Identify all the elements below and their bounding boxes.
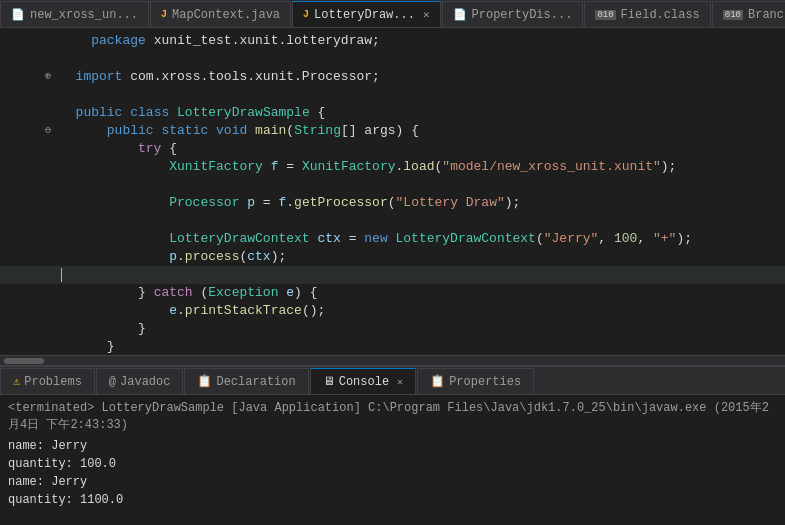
line-gutter	[40, 284, 56, 302]
console-output-3: name: Jerry	[8, 473, 777, 491]
line-gutter: ⊕	[40, 68, 56, 86]
tab-close-icon[interactable]: ✕	[423, 8, 430, 21]
code-line: ⊖ public static void main(String[] args)…	[0, 122, 785, 140]
code-line: package xunit_test.xunit.lotterydraw;	[0, 32, 785, 50]
line-gutter	[40, 158, 56, 176]
line-gutter	[40, 320, 56, 338]
code-line: p.process(ctx);	[0, 248, 785, 266]
scrollbar-thumb[interactable]	[4, 358, 44, 364]
tab-lotterydraw[interactable]: J LotteryDraw... ✕	[292, 1, 440, 27]
code-line	[0, 176, 785, 194]
line-gutter	[40, 302, 56, 320]
javadoc-icon: @	[109, 375, 116, 389]
console-content[interactable]: <terminated> LotteryDrawSample [Java App…	[0, 395, 785, 525]
line-number	[0, 140, 40, 158]
editor-tab-bar: 📄 new_xross_un... J MapContext.java J Lo…	[0, 0, 785, 28]
panel-tab-console[interactable]: 🖥 Console ✕	[310, 368, 416, 394]
tab-label: PropertyDis...	[472, 8, 573, 22]
line-number	[0, 176, 40, 194]
tab-propertydisp[interactable]: 📄 PropertyDis...	[442, 1, 584, 27]
tab-field-class[interactable]: 010 Field.class	[584, 1, 710, 27]
line-number	[0, 158, 40, 176]
line-number	[0, 338, 40, 355]
panel-tab-javadoc[interactable]: @ Javadoc	[96, 368, 184, 394]
panel-tab-bar: ⚠ Problems @ Javadoc 📋 Declaration 🖥 Con…	[0, 367, 785, 395]
panel-tab-problems[interactable]: ⚠ Problems	[0, 368, 95, 394]
horizontal-scrollbar[interactable]	[0, 355, 785, 365]
tab-close-icon[interactable]: ✕	[397, 376, 403, 388]
bottom-panel: ⚠ Problems @ Javadoc 📋 Declaration 🖥 Con…	[0, 365, 785, 525]
code-line	[0, 212, 785, 230]
code-line: e.printStackTrace();	[0, 302, 785, 320]
class-icon: 010	[595, 10, 615, 20]
panel-tab-declaration[interactable]: 📋 Declaration	[184, 368, 308, 394]
text-cursor	[61, 268, 62, 282]
code-line	[0, 50, 785, 68]
line-gutter	[40, 248, 56, 266]
code-line: ⊕ import com.xross.tools.xunit.Processor…	[0, 68, 785, 86]
line-gutter	[40, 266, 56, 284]
line-body	[56, 266, 785, 284]
line-body	[56, 176, 785, 194]
line-body	[56, 212, 785, 230]
line-body: try {	[56, 140, 785, 158]
line-body: package xunit_test.xunit.lotterydraw;	[56, 32, 785, 50]
line-number	[0, 230, 40, 248]
line-gutter	[40, 32, 56, 50]
line-gutter	[40, 50, 56, 68]
console-output-4: quantity: 1100.0	[8, 491, 777, 509]
line-number	[0, 320, 40, 338]
line-body: p.process(ctx);	[56, 248, 785, 266]
tab-new-xross[interactable]: 📄 new_xross_un...	[0, 1, 149, 27]
java-icon: J	[161, 9, 167, 20]
tab-label: LotteryDraw...	[314, 8, 415, 22]
code-line: Processor p = f.getProcessor("Lottery Dr…	[0, 194, 785, 212]
line-body: XunitFactory f = XunitFactory.load("mode…	[56, 158, 785, 176]
line-body: public static void main(String[] args) {	[56, 122, 785, 140]
line-body: public class LotteryDrawSample {	[56, 104, 785, 122]
line-gutter	[40, 230, 56, 248]
tab-label: Field.class	[621, 8, 700, 22]
line-number	[0, 248, 40, 266]
panel-tab-label: Declaration	[216, 375, 295, 389]
line-body: } catch (Exception e) {	[56, 284, 785, 302]
console-icon: 🖥	[323, 374, 335, 389]
java-icon: J	[303, 9, 309, 20]
code-line: } catch (Exception e) {	[0, 284, 785, 302]
tab-label: BranchDef.class	[748, 8, 785, 22]
code-line: XunitFactory f = XunitFactory.load("mode…	[0, 158, 785, 176]
line-number	[0, 122, 40, 140]
line-number	[0, 284, 40, 302]
line-number	[0, 104, 40, 122]
line-body	[56, 86, 785, 104]
line-number	[0, 68, 40, 86]
line-body: Processor p = f.getProcessor("Lottery Dr…	[56, 194, 785, 212]
tab-label: MapContext.java	[172, 8, 280, 22]
line-gutter	[40, 104, 56, 122]
line-gutter	[40, 338, 56, 355]
code-content[interactable]: package xunit_test.xunit.lotterydraw; ⊕ …	[0, 28, 785, 355]
declaration-icon: 📋	[197, 374, 212, 389]
code-line	[0, 86, 785, 104]
panel-tab-properties[interactable]: 📋 Properties	[417, 368, 534, 394]
code-line: try {	[0, 140, 785, 158]
line-gutter	[40, 140, 56, 158]
code-line: public class LotteryDrawSample {	[0, 104, 785, 122]
line-body: import com.xross.tools.xunit.Processor;	[56, 68, 785, 86]
code-line: }	[0, 338, 785, 355]
line-gutter	[40, 86, 56, 104]
tab-label: new_xross_un...	[30, 8, 138, 22]
code-line: LotteryDrawContext ctx = new LotteryDraw…	[0, 230, 785, 248]
line-number	[0, 302, 40, 320]
line-number	[0, 212, 40, 230]
line-gutter	[40, 176, 56, 194]
line-body: e.printStackTrace();	[56, 302, 785, 320]
panel-tab-label: Javadoc	[120, 375, 170, 389]
tab-branchdef-class[interactable]: 010 BranchDef.class	[712, 1, 785, 27]
line-number	[0, 32, 40, 50]
console-header: <terminated> LotteryDrawSample [Java App…	[8, 399, 777, 433]
line-number	[0, 86, 40, 104]
tab-mapcontext[interactable]: J MapContext.java	[150, 1, 291, 27]
code-line: }	[0, 320, 785, 338]
line-gutter	[40, 194, 56, 212]
